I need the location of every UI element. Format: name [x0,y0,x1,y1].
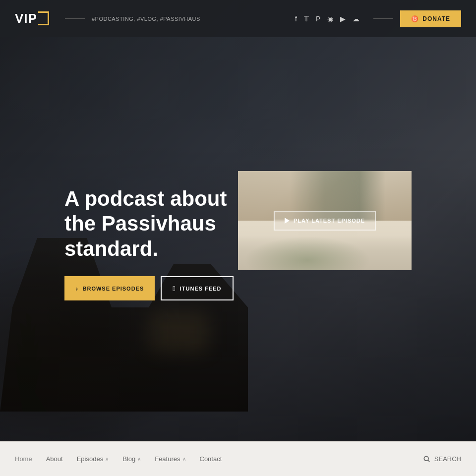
hero-title: A podcast about the Passivhaus standard. [64,186,233,261]
search-icon [423,456,430,463]
logo-bracket [38,11,49,25]
nav-item-home[interactable]: Home [15,455,32,463]
browse-icon: ♪ [75,286,79,292]
twitter-icon[interactable]: 𝕋 [304,15,309,23]
nav-episodes-label: Episodes [77,455,103,463]
facebook-icon[interactable]: f [295,15,297,23]
play-icon [285,218,290,224]
nav-home-label: Home [15,455,32,463]
browse-label: BROWSE EPISODES [83,286,144,292]
pinterest-icon[interactable]: P [316,15,320,23]
window-glow [149,312,208,352]
logo-text: VIP [15,11,37,26]
header-tags: #PODCASTING, #VLOG, #PASSIVHAUS [92,16,200,22]
nav-items: Home About Episodes ∧ Blog ∧ Features ∧ … [15,455,423,463]
svg-line-1 [428,460,429,462]
soundcloud-icon[interactable]: ☁ [353,15,359,23]
play-label: PLAY LATEST EPISODE [294,218,365,224]
nav-about-label: About [46,455,63,463]
nav-item-blog[interactable]: Blog ∧ [122,455,141,463]
itunes-label: ITUNES FEED [180,286,222,292]
svg-point-0 [424,456,428,461]
nav-item-episodes[interactable]: Episodes ∧ [77,455,109,463]
rss-icon[interactable]: ◉ [327,15,333,23]
footer-navigation: Home About Episodes ∧ Blog ∧ Features ∧ … [0,441,476,476]
episode-image-panel: PLAY LATEST EPISODE [238,171,412,270]
blog-chevron-icon: ∧ [137,456,141,462]
nav-features-label: Features [155,455,180,463]
donate-label: DONATE [422,15,450,22]
nav-item-features[interactable]: Features ∧ [155,455,185,463]
header: VIP #PODCASTING, #VLOG, #PASSIVHAUS f 𝕋 … [0,0,476,37]
nav-blog-label: Blog [122,455,135,463]
social-icons: f 𝕋 P ◉ ▶ ☁ [295,15,359,23]
nav-contact-label: Contact [200,455,222,463]
hero-content: A podcast about the Passivhaus standard.… [64,186,234,300]
youtube-icon[interactable]: ▶ [340,15,346,23]
donate-icon: ♉ [411,15,419,22]
episodes-chevron-icon: ∧ [105,456,109,462]
header-divider-left [65,18,85,19]
hero-section: A podcast about the Passivhaus standard.… [0,0,476,441]
header-divider-right [373,18,393,19]
itunes-feed-button[interactable]:  ITUNES FEED [161,276,233,300]
play-latest-episode-button[interactable]: PLAY LATEST EPISODE [274,211,376,231]
search-label: SEARCH [434,455,461,463]
donate-button[interactable]: ♉ DONATE [400,10,461,27]
hero-buttons: ♪ BROWSE EPISODES  ITUNES FEED [64,276,234,300]
nav-item-contact[interactable]: Contact [200,455,222,463]
search-button[interactable]: SEARCH [423,455,461,463]
features-chevron-icon: ∧ [182,456,186,462]
itunes-icon:  [173,284,176,293]
logo[interactable]: VIP [15,11,49,26]
nav-item-about[interactable]: About [46,455,63,463]
browse-episodes-button[interactable]: ♪ BROWSE EPISODES [64,276,155,300]
